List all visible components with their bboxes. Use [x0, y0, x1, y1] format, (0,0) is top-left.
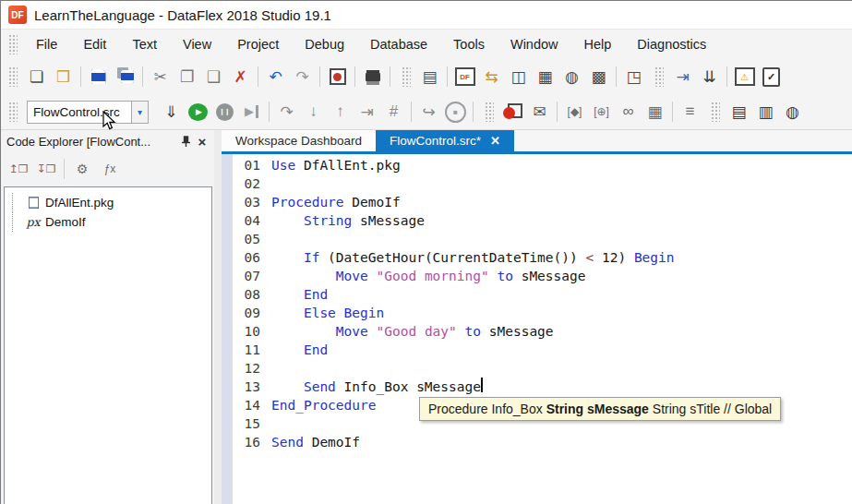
close-panel-icon[interactable]: ×	[194, 134, 210, 150]
chevron-down-icon[interactable]: ▾	[131, 101, 149, 124]
table-watch-icon[interactable]: ▦	[642, 100, 668, 124]
code-line[interactable]: 06 If (DateGetHour(CurrentDateTime()) < …	[233, 248, 852, 267]
tab-workspace-dashboard[interactable]: Workspace Dashboard	[222, 130, 376, 151]
copy-icon[interactable]: ❐	[174, 65, 200, 89]
toolbar-grip[interactable]	[485, 102, 494, 122]
panel-splitter[interactable]	[214, 130, 222, 504]
code-token	[457, 322, 465, 341]
goto-definition-icon[interactable]: ⇥	[669, 65, 696, 89]
sort-source-order-icon[interactable]: ↥❒	[5, 157, 32, 181]
code-line[interactable]: 09 Else Begin	[233, 304, 852, 322]
code-line[interactable]: 08 End	[233, 285, 852, 304]
property-panel-icon[interactable]: ▦	[532, 65, 558, 89]
code-token	[271, 267, 336, 285]
dataflex-reports-icon[interactable]	[451, 65, 478, 89]
code-line[interactable]: 05	[233, 230, 852, 248]
table-explorer-icon[interactable]: ▩	[585, 65, 612, 89]
debug-toolbar-grip[interactable]	[8, 102, 18, 122]
pause-icon[interactable]	[211, 100, 238, 124]
code-line[interactable]: 04 String sMessage	[233, 211, 852, 230]
code-line[interactable]: 11 End	[233, 341, 852, 359]
menu-item-file[interactable]: File	[23, 30, 70, 60]
menu-item-view[interactable]: View	[170, 30, 224, 60]
line-number: 12	[240, 359, 260, 378]
db-web-icon[interactable]: ◍	[779, 100, 806, 124]
compile-project-icon[interactable]: ⇓	[158, 100, 185, 124]
menu-item-edit[interactable]: Edit	[70, 30, 119, 60]
signature-tooltip: Procedure Info_Box String sMessage Strin…	[419, 397, 781, 421]
copy-form-icon[interactable]: ▤	[416, 65, 443, 89]
toolbar-grip[interactable]	[711, 102, 720, 122]
menu-item-diagnostics[interactable]: Diagnostics	[624, 30, 719, 60]
step-into-icon[interactable]: ↓	[300, 100, 327, 124]
locals-icon[interactable]: [◆]	[561, 100, 588, 124]
close-tab-icon[interactable]: ✕	[490, 134, 500, 148]
redo-icon[interactable]: ↷	[289, 65, 316, 89]
save-all-icon[interactable]	[112, 65, 138, 89]
toolbar-grip[interactable]	[402, 66, 411, 87]
step-out-icon[interactable]: ↑	[327, 100, 354, 124]
show-settings-icon[interactable]: ⚙	[68, 157, 96, 181]
menu-item-tools[interactable]: Tools	[440, 30, 498, 60]
tab-flowcontrol-src[interactable]: FlowControl.src*✕	[376, 130, 514, 151]
object-browser-icon[interactable]: ◫	[505, 65, 532, 89]
run-to-cursor-icon[interactable]: ⇥	[354, 100, 380, 124]
step-forward-icon[interactable]	[238, 100, 265, 124]
cascade-run-icon[interactable]: ⇊	[696, 65, 723, 89]
attach-file-icon[interactable]: ◳	[620, 65, 647, 89]
sort-alpha-order-icon[interactable]: ↧❒	[32, 157, 60, 181]
code-line[interactable]: 16Send DemoIf	[233, 433, 852, 451]
call-stack-icon[interactable]: ≡	[677, 100, 703, 124]
code-editor[interactable]: 01Use DfAllEnt.pkg0203Procedure DemoIf04…	[222, 154, 852, 504]
error-check-icon[interactable]	[731, 65, 758, 89]
task-list-icon[interactable]	[758, 65, 785, 89]
step-over-icon[interactable]: ↷	[273, 100, 300, 124]
code-line[interactable]: 13 Send Info_Box sMessage	[233, 378, 852, 396]
toolbar-grip[interactable]	[8, 66, 18, 87]
print-icon[interactable]	[359, 65, 386, 89]
toolbar-grip[interactable]	[654, 66, 664, 87]
project-selector[interactable]: FlowControl.src ▾	[27, 101, 149, 124]
compile-icon[interactable]	[324, 65, 351, 89]
new-file-icon[interactable]: ❏	[23, 65, 50, 89]
stop-debug-icon[interactable]	[442, 100, 469, 124]
show-functions-icon[interactable]: ƒx	[96, 157, 124, 181]
code-line[interactable]: 10 Move "Good day" to sMessage	[233, 322, 852, 341]
paste-icon[interactable]: ❑	[200, 65, 227, 89]
code-line[interactable]: 03Procedure DemoIf	[233, 193, 852, 211]
menu-item-project[interactable]: Project	[224, 30, 292, 60]
menu-item-window[interactable]: Window	[498, 30, 571, 60]
run-to-line-icon[interactable]: #	[380, 100, 407, 124]
menu-grip[interactable]	[8, 34, 18, 54]
menu-item-database[interactable]: Database	[357, 30, 440, 60]
color-theme-icon[interactable]: ◍	[558, 65, 585, 89]
menu-item-debug[interactable]: Debug	[292, 30, 357, 60]
code-line[interactable]: 12	[233, 359, 852, 378]
breakpoint-icon[interactable]	[499, 100, 526, 124]
code-line[interactable]: 01Use DfAllEnt.pkg	[233, 156, 852, 174]
globals-icon[interactable]: [⊕]	[588, 100, 615, 124]
code-line[interactable]: 07 Move "Good morning" to sMessage	[233, 267, 852, 285]
project-selector-value[interactable]: FlowControl.src	[27, 101, 131, 124]
open-file-icon[interactable]: ❒	[50, 65, 77, 89]
delete-icon[interactable]: ✗	[227, 65, 254, 89]
toolbar-separator	[473, 102, 474, 122]
line-number: 11	[240, 341, 260, 359]
workspace-switch-icon[interactable]: ⇆	[478, 65, 505, 89]
tree-item-dfallent-pkg[interactable]: DfAllEnt.pkg	[12, 193, 211, 212]
db-table-icon[interactable]: ▤	[726, 100, 752, 124]
pin-icon[interactable]	[177, 134, 194, 150]
run-icon[interactable]	[185, 100, 211, 124]
line-number: 04	[240, 211, 260, 230]
save-icon[interactable]	[85, 65, 112, 89]
db-grid-icon[interactable]: ▥	[752, 100, 779, 124]
menu-item-help[interactable]: Help	[571, 30, 625, 60]
tree-item-demoif[interactable]: pxDemoIf	[12, 212, 211, 232]
undo-icon[interactable]: ↶	[262, 65, 289, 89]
watches-icon[interactable]: ∞	[615, 100, 642, 124]
code-line[interactable]: 02	[233, 174, 852, 193]
send-report-icon[interactable]: ✉	[526, 100, 553, 124]
menu-item-text[interactable]: Text	[119, 30, 170, 60]
restart-icon[interactable]: ↪	[415, 100, 442, 124]
cut-icon[interactable]: ✂	[147, 65, 174, 89]
